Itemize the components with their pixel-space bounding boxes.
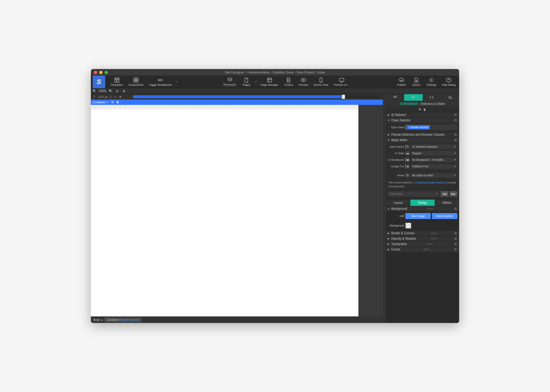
section-id-selector[interactable]: ▶ID Selector? xyxy=(386,112,459,117)
components-button[interactable]: Components xyxy=(126,76,145,87)
design-for-icon[interactable]: ◈ xyxy=(405,164,410,169)
guides-button[interactable]: Guides xyxy=(282,76,295,87)
svg-rect-15 xyxy=(395,96,395,97)
reset-icon[interactable]: ↻ xyxy=(405,173,410,177)
state-select[interactable]: Regular▾ xyxy=(411,151,457,156)
apply-styles-label: Apply Styles xyxy=(388,145,404,148)
tab-code[interactable] xyxy=(423,94,441,101)
zoom-in-icon[interactable]: 🔍 xyxy=(108,89,113,93)
reset-label: Reset xyxy=(388,174,404,177)
close-button[interactable] xyxy=(94,71,97,74)
zoom-minus-icon[interactable]: ⊖ xyxy=(115,89,120,93)
pages-more-icon[interactable]: ▾ xyxy=(255,80,257,83)
design-for-select[interactable]: Fallback First▾ xyxy=(411,164,457,169)
zoom-level: 100% xyxy=(99,89,106,93)
breakpoints-button[interactable]: Toggle Breakpoints xyxy=(147,76,174,87)
reset-select[interactable]: No styles to reset▾ xyxy=(411,173,457,178)
svg-rect-2 xyxy=(117,79,119,82)
svg-rect-18 xyxy=(395,97,395,98)
publish-button[interactable]: Publish xyxy=(395,76,408,87)
tablet-icon[interactable]: ▭ xyxy=(114,95,117,98)
templates-button[interactable]: Templates xyxy=(109,76,125,87)
section-pseudo[interactable]: ▶Pseudo Selectors and Dynamic Classes? xyxy=(386,132,459,137)
ruler-collapse-icon[interactable]: ⇕ xyxy=(93,95,96,98)
breakpoint-select[interactable]: No Breakpoint - All Widths▾ xyxy=(411,157,457,162)
prev-usage-button[interactable]: ◀◀ xyxy=(441,191,448,197)
background-swatch[interactable] xyxy=(405,223,411,229)
state-icon[interactable]: ▬ xyxy=(405,151,410,155)
desktop-icon[interactable]: 🖥 xyxy=(119,95,122,98)
phone-icon[interactable]: ▯ xyxy=(110,95,111,98)
ruler-bar: ⇕ 1271 px ▯ ▭ 🖥 xyxy=(91,94,383,99)
help-icon[interactable]: ? xyxy=(454,138,457,142)
help-icon[interactable]: ? xyxy=(454,232,457,235)
remove-class-icon[interactable]: × xyxy=(408,126,410,129)
width-slider[interactable] xyxy=(133,95,381,98)
background-label: Background xyxy=(388,224,404,227)
help-icon[interactable]: ? xyxy=(454,242,457,246)
delete-icon[interactable]: 🗑 xyxy=(423,108,426,111)
container-element[interactable] xyxy=(91,105,358,109)
trash-icon[interactable]: 🗑 xyxy=(116,100,120,104)
help-icon[interactable]: ? xyxy=(454,113,457,117)
usage-select[interactable]: (1/1) Index▾ xyxy=(388,191,439,197)
apply-styles-select[interactable]: To selected class(es)▾ xyxy=(411,144,457,149)
maximize-button[interactable] xyxy=(105,71,108,74)
help-icon[interactable]: ? xyxy=(454,237,457,241)
width-handle[interactable] xyxy=(342,95,345,99)
type-class-label: Type Class xyxy=(388,126,404,129)
help-icon[interactable]: ? xyxy=(454,119,457,122)
device-view-button[interactable]: Device View xyxy=(312,76,330,87)
preview-on-button[interactable]: Preview on... xyxy=(332,76,351,87)
tab-layout[interactable]: Layout xyxy=(386,200,410,206)
preview-button[interactable]: Preview xyxy=(297,76,310,87)
section-typography[interactable]: ▶Typography? xyxy=(386,241,459,246)
tab-elements[interactable] xyxy=(386,94,404,101)
help-icon[interactable]: ? xyxy=(454,207,457,211)
page-manager-button[interactable]: Page Manager xyxy=(259,76,280,87)
help-icon[interactable]: ? xyxy=(454,248,457,251)
crumb-body[interactable]: Body xyxy=(93,318,100,321)
selection-menu-icon[interactable]: ▾ xyxy=(107,101,108,104)
breakpoint-label: At Breakpoint xyxy=(388,158,404,161)
more-icon[interactable]: ▾ xyxy=(175,80,178,83)
zoom-plus-icon[interactable]: ⊕ xyxy=(121,89,126,93)
apply-target-icon[interactable]: ✎ xyxy=(405,145,410,149)
minimize-button[interactable] xyxy=(99,71,103,74)
canvas[interactable] xyxy=(91,105,383,316)
settings-button[interactable]: Settings xyxy=(425,76,438,87)
state-label: In State xyxy=(388,152,404,155)
app-logo[interactable]: S xyxy=(93,76,105,88)
section-cursor[interactable]: ▶Cursor? xyxy=(386,246,459,252)
export-button[interactable]: Export xyxy=(410,76,423,87)
tab-design[interactable]: Design xyxy=(410,200,435,206)
section-class-selector[interactable]: ▼Class Selector? xyxy=(386,117,459,123)
tab-styles[interactable] xyxy=(404,94,422,101)
crumb-container[interactable]: Container.header-section xyxy=(104,317,142,323)
tab-effects[interactable]: Effects xyxy=(435,200,459,206)
zoom-out-icon[interactable]: 🔍 xyxy=(92,89,97,93)
breadcrumb: Body ▸ Container.header-section xyxy=(91,316,383,323)
section-background[interactable]: ▼Background? xyxy=(386,206,459,211)
help-icon[interactable]: ? xyxy=(454,133,457,137)
duplicate-icon[interactable]: ⧉ xyxy=(110,100,114,104)
help-button[interactable]: Help Dialog xyxy=(440,76,457,87)
page[interactable] xyxy=(91,105,358,316)
section-opacity[interactable]: ▶Opacity & Shadow? xyxy=(386,236,459,241)
section-apply-styles[interactable]: ▼Apply styles? xyxy=(386,137,459,143)
breakpoint-icon[interactable]: ▦ xyxy=(405,158,410,162)
class-input[interactable]: ×header-section xyxy=(405,125,457,130)
tab-search[interactable] xyxy=(441,94,459,101)
new-image-button[interactable]: New Image xyxy=(405,213,431,219)
copy-icon[interactable]: ⧉ xyxy=(419,108,421,111)
new-gradient-button[interactable]: New Gradient xyxy=(432,213,457,219)
section-border[interactable]: ▶Border & Corners? xyxy=(386,230,459,236)
add-label: Add xyxy=(388,215,404,218)
inspector-panel: CONTAINER|Selectors & Styles ⧉ 🗑 ▶ID Sel… xyxy=(386,94,459,323)
panel-resize-handle[interactable]: ⋮ xyxy=(383,94,386,323)
svg-rect-17 xyxy=(393,97,394,98)
pages-button[interactable]: Pages xyxy=(240,76,253,87)
next-usage-button[interactable]: ▶▶ xyxy=(450,191,457,197)
svg-point-10 xyxy=(303,79,304,81)
resources-button[interactable]: Resources xyxy=(221,76,238,87)
